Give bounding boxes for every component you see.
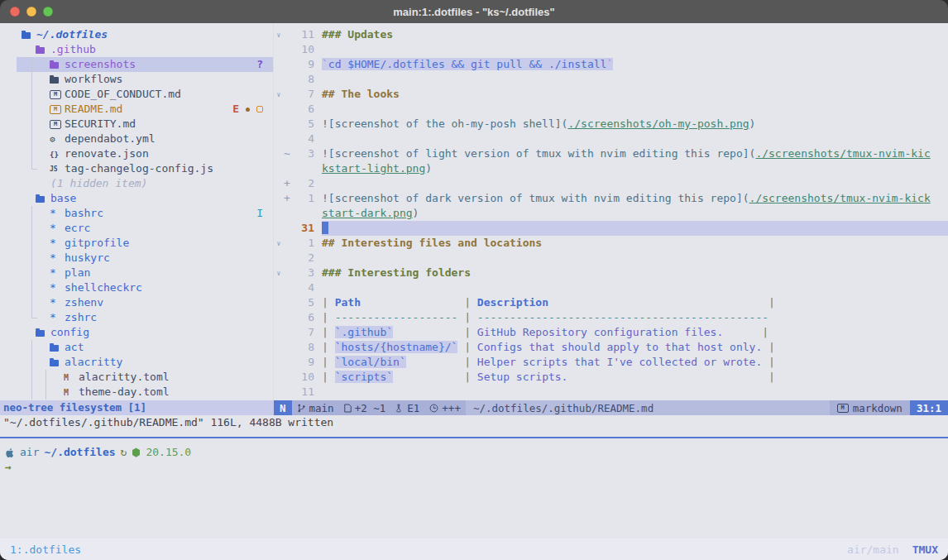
tree-item-badges: E bbox=[232, 102, 273, 117]
editor-line[interactable]: 9| `local/bin` | Helper scripts that I'v… bbox=[274, 355, 948, 370]
editor-line[interactable]: 31 bbox=[274, 221, 948, 236]
titlebar[interactable]: main:1:.dotfiles - "ks~/.dotfiles" bbox=[0, 0, 948, 23]
tree-item-dependabot-yml[interactable]: dependabot.yml bbox=[0, 132, 273, 146]
fold-marker[interactable]: ∨ bbox=[274, 236, 284, 251]
tree-item-code-of-conduct-md[interactable]: CODE_OF_CONDUCT.md bbox=[0, 87, 273, 102]
tree-item-config[interactable]: config bbox=[0, 325, 273, 340]
editor-line[interactable]: 4 bbox=[274, 132, 948, 146]
zoom-button[interactable] bbox=[43, 7, 53, 17]
editor-line[interactable]: 5| Path | Description | bbox=[274, 295, 948, 310]
tree-indent-guide bbox=[22, 266, 36, 280]
line-number bbox=[293, 161, 322, 176]
tree-item-readme-md[interactable]: README.mdE bbox=[0, 102, 273, 117]
editor-line[interactable]: ~3![screenshot of light version of tmux … bbox=[274, 146, 948, 161]
tree-indent-guide bbox=[22, 340, 36, 355]
tree-item-workflows[interactable]: workflows bbox=[0, 72, 273, 87]
editor-line[interactable]: 2 bbox=[274, 251, 948, 266]
editor-line[interactable]: start-dark.png) bbox=[274, 206, 948, 221]
tmux-window-label[interactable]: 1:.dotfiles bbox=[10, 543, 81, 556]
line-text: ### Interesting folders bbox=[322, 266, 948, 280]
tree-item-1-hidden-item[interactable]: (1 hidden item) bbox=[0, 176, 273, 191]
editor-line[interactable]: kstart-light.png) bbox=[274, 161, 948, 176]
star-icon bbox=[50, 295, 64, 310]
tree-item-renovate-json[interactable]: renovate.json bbox=[0, 146, 273, 161]
tree-item-zshrc[interactable]: zshrc bbox=[0, 310, 273, 325]
tree-indent-guide bbox=[36, 251, 50, 266]
tree-indent-guide bbox=[22, 87, 36, 102]
tree-item-ecrc[interactable]: ecrc bbox=[0, 221, 273, 236]
close-button[interactable] bbox=[10, 7, 20, 17]
tree-item-base[interactable]: base bbox=[0, 191, 273, 206]
git-sign bbox=[284, 325, 293, 340]
tree-indent-guide bbox=[36, 176, 50, 191]
tree-indent-guide bbox=[22, 191, 36, 206]
line-number: 31 bbox=[293, 221, 322, 236]
tree-item-zshenv[interactable]: zshenv bbox=[0, 295, 273, 310]
tree-item-label: workflows bbox=[64, 72, 122, 87]
git-sign bbox=[284, 310, 293, 325]
fold-marker bbox=[274, 206, 284, 221]
line-text: ### Updates bbox=[322, 27, 948, 42]
editor-line[interactable]: 6 bbox=[274, 102, 948, 117]
tree-item-screenshots[interactable]: screenshots? bbox=[0, 57, 273, 72]
tree-item-security-md[interactable]: SECURITY.md bbox=[0, 117, 273, 132]
tree-item-label: alacritty.toml bbox=[78, 370, 170, 385]
tree-item-github[interactable]: .github bbox=[0, 42, 273, 57]
fold-marker[interactable]: ∨ bbox=[274, 87, 284, 102]
folder-icon bbox=[36, 194, 50, 203]
editor-line[interactable]: +2 bbox=[274, 176, 948, 191]
minimize-button[interactable] bbox=[26, 7, 36, 17]
tmux-badge: TMUX bbox=[912, 543, 938, 556]
editor-line[interactable]: ∨7## The looks bbox=[274, 87, 948, 102]
fold-marker[interactable]: ∨ bbox=[274, 27, 284, 42]
editor-line[interactable]: 8 bbox=[274, 72, 948, 87]
line-text bbox=[322, 251, 948, 266]
editor-line[interactable]: 5![screenshot of the oh-my-posh shell](.… bbox=[274, 117, 948, 132]
editor-line[interactable]: ∨1## Interesting files and locations bbox=[274, 236, 948, 251]
tree-item-dotfiles[interactable]: ~/.dotfiles bbox=[0, 27, 273, 42]
tree-item-label: (1 hidden item) bbox=[50, 176, 147, 191]
git-sign bbox=[284, 221, 293, 236]
line-text: kstart-light.png) bbox=[322, 161, 948, 176]
star-icon bbox=[50, 206, 64, 221]
tree-item-shellcheckrc[interactable]: shellcheckrc bbox=[0, 280, 273, 295]
tree-item-alacritty-toml[interactable]: alacritty.toml bbox=[0, 370, 273, 385]
shell-pane[interactable]: air ~/.dotfiles ↻ 20.15.0 → bbox=[0, 438, 948, 538]
tree-indent-guide bbox=[22, 295, 36, 310]
fold-marker bbox=[274, 132, 284, 146]
braces-icon bbox=[50, 146, 64, 162]
tree-item-label: README.md bbox=[64, 102, 122, 117]
tree-item-alacritty[interactable]: alacritty bbox=[0, 355, 273, 370]
line-number: 4 bbox=[293, 280, 322, 295]
fold-marker[interactable]: ∨ bbox=[274, 266, 284, 280]
tree-indent-guide bbox=[22, 102, 36, 117]
tree-item-label: theme-day.toml bbox=[78, 385, 170, 400]
editor-line[interactable]: 9`cd $HOME/.dotfiles && git pull && ./in… bbox=[274, 57, 948, 72]
tree-item-tag-changelog-config-js[interactable]: tag-changelog-config.js bbox=[0, 161, 273, 176]
tree-item-theme-day-toml[interactable]: theme-day.toml bbox=[0, 385, 273, 400]
md-icon bbox=[50, 120, 64, 129]
tmux-status-bar: 1:.dotfiles air/main TMUX bbox=[0, 538, 948, 560]
tree-item-act[interactable]: act bbox=[0, 340, 273, 355]
tree-item-plan[interactable]: plan bbox=[0, 266, 273, 280]
git-diff-segment: +2 ~1 bbox=[339, 400, 391, 415]
fold-marker bbox=[274, 340, 284, 355]
tree-item-gitprofile[interactable]: gitprofile bbox=[0, 236, 273, 251]
editor-line[interactable]: 11 bbox=[274, 385, 948, 400]
tree-item-bashrc[interactable]: bashrcI bbox=[0, 206, 273, 221]
editor-line[interactable]: 10 bbox=[274, 42, 948, 57]
folder-icon bbox=[22, 31, 36, 39]
tree-item-huskyrc[interactable]: huskyrc bbox=[0, 251, 273, 266]
star-icon bbox=[50, 310, 64, 325]
editor-line[interactable]: 6| ------------------- | ---------------… bbox=[274, 310, 948, 325]
editor-buffer[interactable]: ∨11### Updates109`cd $HOME/.dotfiles && … bbox=[274, 23, 948, 400]
editor-line[interactable]: ∨3### Interesting folders bbox=[274, 266, 948, 280]
tree-item-label: tag-changelog-config.js bbox=[64, 161, 213, 176]
editor-line[interactable]: 7| `.github` | GitHub Repository configu… bbox=[274, 325, 948, 340]
editor-line[interactable]: 10| `scripts` | Setup scripts. | bbox=[274, 370, 948, 385]
editor-line[interactable]: 4 bbox=[274, 280, 948, 295]
git-sign bbox=[284, 206, 293, 221]
editor-line[interactable]: ∨11### Updates bbox=[274, 27, 948, 42]
editor-line[interactable]: 8| `hosts/{hostname}/` | Configs that sh… bbox=[274, 340, 948, 355]
editor-line[interactable]: +1![screenshot of dark version of tmux w… bbox=[274, 191, 948, 206]
